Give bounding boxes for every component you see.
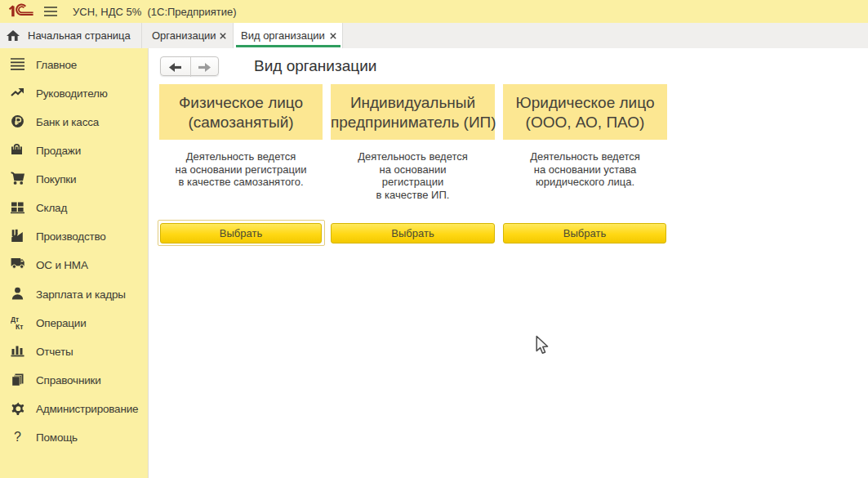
- svg-text:?: ?: [14, 430, 21, 444]
- svg-text:Кт: Кт: [16, 323, 23, 330]
